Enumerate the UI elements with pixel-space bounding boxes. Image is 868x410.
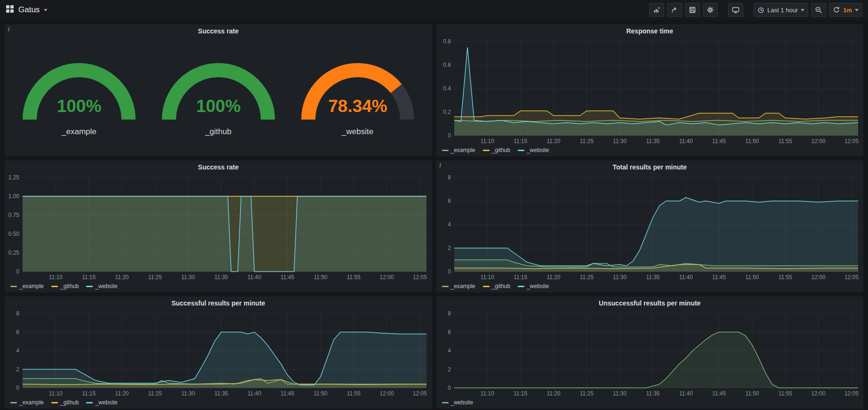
panel-header: Success rate [5, 161, 432, 174]
svg-text:11:10: 11:10 [480, 138, 494, 145]
refresh-icon [833, 6, 840, 14]
refresh-caret-icon [855, 9, 859, 11]
panel-title[interactable]: Successful results per minute [171, 299, 265, 307]
zoom-out-button[interactable] [811, 3, 826, 17]
legend-item-_example[interactable]: _example [10, 283, 44, 289]
legend-label: _github [60, 283, 79, 289]
svg-text:11:10: 11:10 [480, 390, 494, 397]
svg-text:0: 0 [448, 132, 451, 139]
svg-text:0.50: 0.50 [8, 231, 20, 237]
svg-text:11:55: 11:55 [347, 390, 361, 397]
unsuccessful-results-chart[interactable]: 0246811:1011:1511:2011:2511:3011:3511:40… [436, 310, 864, 398]
panel-title[interactable]: Total results per minute [612, 163, 687, 171]
legend-item-_website[interactable]: _website [86, 399, 117, 406]
svg-text:11:50: 11:50 [745, 390, 759, 397]
legend-label: _example [451, 147, 475, 153]
svg-text:11:50: 11:50 [745, 274, 759, 281]
success-rate-chart[interactable]: 00.250.500.751.001.2511:1011:1511:2011:2… [5, 174, 432, 282]
svg-text:11:30: 11:30 [613, 274, 627, 281]
svg-text:11:55: 11:55 [347, 274, 361, 281]
dashboard-title[interactable]: Gatus [18, 5, 40, 15]
legend-label: _website [451, 399, 473, 406]
svg-text:11:35: 11:35 [646, 274, 659, 281]
legend-item-_github[interactable]: _github [483, 147, 510, 153]
legend-item-_example[interactable]: _example [10, 399, 44, 406]
share-button[interactable] [667, 3, 682, 17]
svg-text:12:00: 12:00 [380, 274, 394, 281]
add-panel-button[interactable] [649, 3, 664, 17]
legend-label: _website [95, 399, 117, 406]
settings-button[interactable] [703, 3, 718, 17]
dashboard-title-caret-icon[interactable] [44, 9, 48, 11]
gauge-label: _github [205, 127, 232, 137]
time-range-label: Last 1 hour [767, 7, 798, 14]
svg-text:11:10: 11:10 [49, 274, 63, 281]
panel-title[interactable]: Success rate [198, 27, 239, 35]
panel-title[interactable]: Response time [626, 27, 673, 35]
svg-text:12:00: 12:00 [811, 138, 825, 145]
svg-text:11:40: 11:40 [248, 274, 261, 281]
legend-swatch [518, 150, 524, 151]
navbar: Gatus [0, 0, 868, 20]
svg-text:11:30: 11:30 [613, 138, 627, 145]
svg-text:11:45: 11:45 [712, 274, 726, 281]
apps-grid-icon[interactable] [6, 5, 14, 15]
zoom-out-icon [815, 6, 822, 14]
svg-text:11:35: 11:35 [214, 274, 228, 281]
legend-item-_example[interactable]: _example [442, 283, 475, 289]
panel-info-icon[interactable]: i [440, 162, 441, 169]
legend-swatch [51, 402, 58, 403]
svg-text:0: 0 [16, 268, 19, 275]
svg-text:11:45: 11:45 [281, 390, 294, 397]
svg-text:11:20: 11:20 [547, 274, 560, 281]
legend-swatch [442, 402, 449, 403]
legend-swatch [51, 286, 58, 287]
svg-text:11:40: 11:40 [248, 390, 261, 397]
successful-results-chart[interactable]: 0246811:1011:1511:2011:2511:3011:3511:40… [5, 310, 432, 398]
legend-swatch [518, 286, 524, 287]
legend-item-_github[interactable]: _github [51, 283, 79, 289]
svg-text:0.4: 0.4 [443, 85, 451, 92]
legend-item-_website[interactable]: _website [442, 399, 473, 406]
svg-text:12:05: 12:05 [844, 138, 858, 145]
svg-text:11:40: 11:40 [679, 274, 692, 281]
legend-item-_github[interactable]: _github [483, 283, 510, 289]
gauge-arc: 100% [14, 55, 144, 126]
legend-item-_website[interactable]: _website [518, 147, 549, 153]
svg-text:11:20: 11:20 [115, 390, 129, 397]
svg-text:11:30: 11:30 [181, 274, 195, 281]
svg-text:78.34%: 78.34% [328, 96, 387, 116]
svg-text:11:55: 11:55 [778, 138, 792, 145]
svg-text:2: 2 [448, 245, 451, 251]
total-results-chart[interactable]: 0246811:1011:1511:2011:2511:3011:3511:40… [436, 174, 864, 282]
panel-title[interactable]: Success rate [198, 163, 239, 171]
time-range-picker[interactable]: Last 1 hour [754, 3, 808, 17]
panel-title[interactable]: Unsuccessful results per minute [599, 299, 700, 307]
svg-text:2: 2 [16, 366, 19, 373]
legend-item-_website[interactable]: _website [518, 283, 549, 289]
chart-legend: _example _github _website [436, 146, 864, 156]
svg-text:4: 4 [448, 347, 451, 354]
svg-text:1.00: 1.00 [8, 193, 20, 200]
gauge-row: 100% _example 100% _github 78.34% _websi… [5, 38, 432, 156]
legend-label: _github [492, 147, 510, 153]
legend-item-_example[interactable]: _example [442, 147, 475, 153]
cycle-view-button[interactable] [728, 3, 743, 17]
response-time-chart[interactable]: 00.20.40.60.811:1011:1511:2011:2511:3011… [436, 38, 864, 146]
panel-success-rate-gauges: i Success rate 100% _example 100% _githu… [5, 24, 432, 156]
svg-text:0.25: 0.25 [8, 249, 20, 256]
svg-text:11:20: 11:20 [547, 390, 560, 397]
legend-item-_website[interactable]: _website [86, 283, 117, 289]
gauge-label: _example [62, 127, 96, 137]
svg-text:11:10: 11:10 [49, 390, 63, 397]
legend-item-_github[interactable]: _github [51, 399, 79, 406]
legend-label: _github [60, 399, 79, 406]
save-button[interactable] [685, 3, 700, 17]
gauge-_website: 78.34% _website [293, 55, 423, 137]
gauge-label: _website [342, 127, 373, 137]
refresh-button[interactable]: 1m [829, 3, 862, 17]
chart-legend: _example _github _website [5, 398, 432, 409]
panel-total-results: i Total results per minute 0246811:1011:… [436, 161, 864, 292]
legend-swatch [442, 286, 449, 287]
panel-info-icon[interactable]: i [8, 26, 9, 33]
